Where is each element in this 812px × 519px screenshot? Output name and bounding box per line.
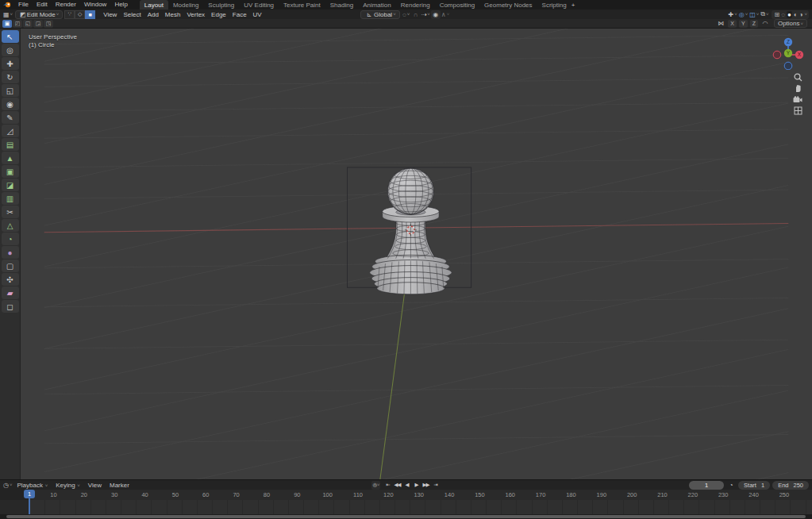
workspace-tab[interactable]: Scripting: [537, 0, 571, 10]
stopwatch-icon[interactable]: ◔: [726, 481, 736, 490]
workspace-tab[interactable]: Shading: [325, 0, 358, 10]
timeline-scrollbar-thumb[interactable]: [6, 515, 806, 518]
render-preview-dropdown[interactable]: ⧉˅: [760, 10, 769, 19]
proportional-falloff-dropdown[interactable]: ∧˅: [441, 10, 450, 19]
viewport-menu-item[interactable]: Mesh: [162, 11, 184, 18]
navigation-gizmo[interactable]: Z Y X: [771, 35, 806, 70]
workspace-tab[interactable]: Geometry Nodes: [479, 0, 537, 10]
timeline-menu-item[interactable]: Keying ˅: [52, 482, 84, 489]
timeline-editor-icon[interactable]: ◷˅: [2, 481, 13, 490]
blender-logo-icon[interactable]: [0, 2, 14, 8]
toolbar-tool-button-smooth[interactable]: ●: [2, 246, 19, 259]
toolbar-tool-button-annotate[interactable]: ✎: [2, 111, 19, 124]
workspace-tab[interactable]: Layout: [140, 0, 168, 10]
toolbar-tool-button-inset-faces[interactable]: ▣: [2, 165, 19, 178]
transport-button-jump-to-end[interactable]: ⇥: [431, 481, 440, 490]
viewport-menu-item[interactable]: Edge: [208, 11, 229, 18]
gizmo-x-neg-axis[interactable]: [773, 51, 781, 59]
wireframe-shading-button[interactable]: ◌: [781, 11, 785, 18]
show-gizmo-dropdown[interactable]: ✚˅: [727, 10, 737, 19]
rendered-shading-button[interactable]: ◑: [799, 11, 803, 18]
mirror-x-toggle[interactable]: X: [728, 20, 737, 28]
toolbar-tool-button-edge-slide[interactable]: ▢: [2, 260, 19, 272]
toolbar-tool-button-transform[interactable]: ◉: [2, 98, 19, 110]
workspace-tab[interactable]: Modeling: [168, 0, 203, 10]
workspace-tab[interactable]: Sculpting: [203, 0, 239, 10]
workspace-tab[interactable]: Compositing: [435, 0, 479, 10]
timeline-menu-item[interactable]: View: [84, 482, 106, 489]
viewport-3d[interactable]: User Perspective (1) Circle Z Y X: [21, 29, 812, 479]
topbar-menu-item[interactable]: Help: [110, 1, 131, 8]
gizmo-z-neg-axis[interactable]: [784, 62, 792, 70]
frame-end-field[interactable]: End 250: [772, 481, 809, 490]
toolbar-tool-button-select-box[interactable]: ↖: [2, 30, 19, 43]
toolbar-tool-button-rotate[interactable]: ↻: [2, 71, 19, 83]
toolbar-tool-button-move[interactable]: ✚: [2, 57, 19, 70]
edge-select-mode-button[interactable]: ◇: [75, 10, 85, 19]
playhead-frame-label[interactable]: 1: [24, 490, 35, 498]
add-workspace-button[interactable]: +: [571, 2, 575, 9]
select-intersect-mode[interactable]: ◳: [44, 20, 53, 28]
viewport-menu-item[interactable]: View: [100, 11, 120, 18]
select-invert-mode[interactable]: ◲: [33, 20, 43, 28]
toolbar-tool-button-add-cube[interactable]: ▤: [2, 138, 19, 151]
face-select-mode-button[interactable]: ■: [85, 10, 95, 19]
camera-view-icon[interactable]: [791, 95, 804, 104]
viewport-menu-item[interactable]: Select: [120, 11, 144, 18]
pan-hand-icon[interactable]: [791, 84, 804, 93]
pivot-point-dropdown[interactable]: ◌˅: [402, 10, 411, 19]
pawn-mesh[interactable]: [370, 168, 452, 294]
toolbar-tool-button-loop-cut[interactable]: ▥: [2, 192, 19, 205]
editor-type-icon[interactable]: ▦˅: [2, 10, 13, 19]
workspace-tab[interactable]: UV Editing: [239, 0, 279, 10]
transport-button-play[interactable]: ▶: [412, 481, 421, 490]
workspace-tab[interactable]: Rendering: [396, 0, 435, 10]
toolbar-tool-button-spin[interactable]: ◔: [2, 233, 19, 245]
falloff-icon[interactable]: ◠: [760, 19, 770, 28]
workspace-tab[interactable]: Texture Paint: [279, 0, 325, 10]
transport-button-play-reverse[interactable]: ◀: [402, 481, 411, 490]
mirror-z-toggle[interactable]: Z: [750, 20, 758, 28]
frame-start-field[interactable]: Start 1: [738, 481, 770, 490]
auto-keying-toggle[interactable]: ◎˅: [371, 481, 380, 490]
transport-button-next-keyframe[interactable]: ▶▶: [421, 481, 430, 490]
transport-button-prev-keyframe[interactable]: ◀◀: [393, 481, 402, 490]
toolbar-tool-button-extrude-region[interactable]: ▲: [2, 152, 19, 164]
solid-shading-button[interactable]: ●: [787, 11, 792, 18]
vertex-select-mode-button[interactable]: ∵: [64, 10, 75, 19]
workspace-tab[interactable]: Animation: [358, 0, 396, 10]
select-extend-mode[interactable]: ◰: [13, 20, 22, 28]
mode-dropdown[interactable]: ◩ Edit Mode ˅: [15, 10, 63, 19]
toolbar-tool-button-knife[interactable]: ✂: [2, 206, 19, 218]
toolbar-tool-button-scale[interactable]: ◱: [2, 84, 19, 97]
xray-icon[interactable]: ⊞: [774, 11, 779, 18]
toolbar-tool-button-measure[interactable]: ◿: [2, 125, 19, 137]
perspective-toggle-icon[interactable]: [791, 106, 804, 115]
topbar-menu-item[interactable]: Render: [52, 1, 80, 8]
toolbar-tool-button-bevel[interactable]: ◪: [2, 179, 19, 191]
snap-target-dropdown[interactable]: ⇢˅: [421, 10, 431, 19]
toolbar-tool-button-shear[interactable]: ▰: [2, 286, 19, 299]
timeline-channel-area[interactable]: [0, 500, 812, 514]
viewport-menu-item[interactable]: Vertex: [183, 11, 208, 18]
topbar-menu-item[interactable]: Edit: [33, 1, 52, 8]
toolbar-tool-button-shrink-fatten[interactable]: ✣: [2, 273, 19, 286]
transform-orientation-dropdown[interactable]: ⊾ Global ˅: [360, 10, 400, 19]
zoom-icon[interactable]: [791, 73, 804, 82]
mirror-y-toggle[interactable]: Y: [739, 20, 748, 28]
select-subtract-mode[interactable]: ◱: [23, 20, 33, 28]
show-overlays-dropdown[interactable]: ◎˅: [738, 10, 749, 19]
xray-toggle-dropdown[interactable]: ◫˅: [749, 10, 760, 19]
select-set-mode[interactable]: ▣: [2, 20, 12, 28]
toolbar-tool-button-rip-region[interactable]: ◻: [2, 300, 19, 313]
toolbar-tool-button-cursor[interactable]: ◎: [2, 44, 19, 56]
viewport-menu-item[interactable]: Face: [229, 11, 250, 18]
timeline-menu-item[interactable]: Marker: [106, 482, 133, 489]
transport-button-jump-to-start[interactable]: ⇤: [383, 481, 392, 490]
snap-toggle-icon[interactable]: ∩: [411, 10, 421, 19]
toolbar-tool-button-poly-build[interactable]: △: [2, 219, 19, 232]
topbar-menu-item[interactable]: File: [14, 1, 33, 8]
viewport-menu-item[interactable]: Add: [144, 11, 162, 18]
viewport-menu-item[interactable]: UV: [250, 11, 265, 18]
timeline-menu-item[interactable]: Playback ˅: [13, 482, 52, 489]
